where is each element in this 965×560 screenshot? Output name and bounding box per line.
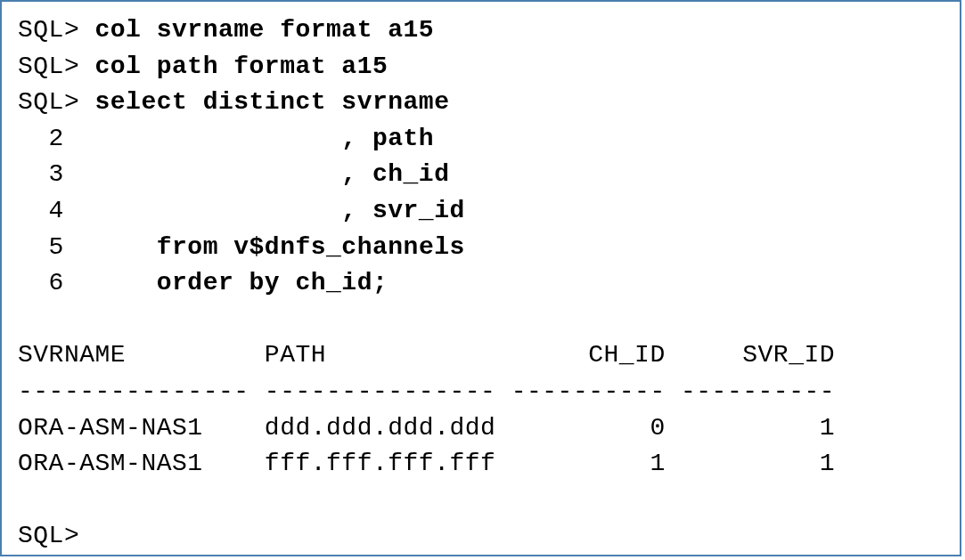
sql-linenum: 2: [18, 125, 341, 152]
sql-terminal: SQL> col svrname format a15 SQL> col pat…: [0, 0, 961, 556]
result-divider: --------------- --------------- --------…: [18, 377, 835, 405]
sql-line: 3 , ch_id: [18, 160, 449, 188]
sql-command: order by ch_id;: [157, 269, 388, 296]
sql-prompt: SQL>: [18, 53, 95, 80]
sql-line: 4 , svr_id: [18, 197, 465, 224]
sql-prompt-final: SQL>: [18, 522, 79, 549]
sql-prompt: SQL>: [18, 16, 95, 44]
sql-linenum: 6: [18, 269, 157, 296]
result-row: ORA-ASM-NAS1 fff.fff.fff.fff 1 1: [18, 450, 835, 477]
sql-command: , path: [341, 125, 434, 152]
sql-prompt: SQL>: [18, 88, 95, 116]
sql-line: SQL> select distinct svrname: [18, 88, 449, 116]
result-header: SVRNAME PATH CH_ID SVR_ID: [18, 341, 835, 369]
sql-line: SQL> col path format a15: [18, 53, 388, 80]
sql-command: , ch_id: [341, 160, 449, 188]
sql-linenum: 5: [18, 233, 157, 261]
sql-command: col path format a15: [95, 53, 388, 80]
sql-line: 6 order by ch_id;: [18, 269, 388, 296]
sql-command: , svr_id: [341, 197, 464, 224]
result-row: ORA-ASM-NAS1 ddd.ddd.ddd.ddd 0 1: [18, 414, 835, 442]
sql-command: select distinct svrname: [95, 88, 450, 116]
sql-linenum: 3: [18, 160, 341, 188]
sql-line: 2 , path: [18, 125, 434, 152]
sql-command: col svrname format a15: [95, 16, 435, 44]
sql-linenum: 4: [18, 197, 341, 224]
sql-command: from v$dnfs_channels: [157, 233, 465, 261]
sql-line: SQL> col svrname format a15: [18, 16, 434, 44]
sql-line: 5 from v$dnfs_channels: [18, 233, 465, 261]
